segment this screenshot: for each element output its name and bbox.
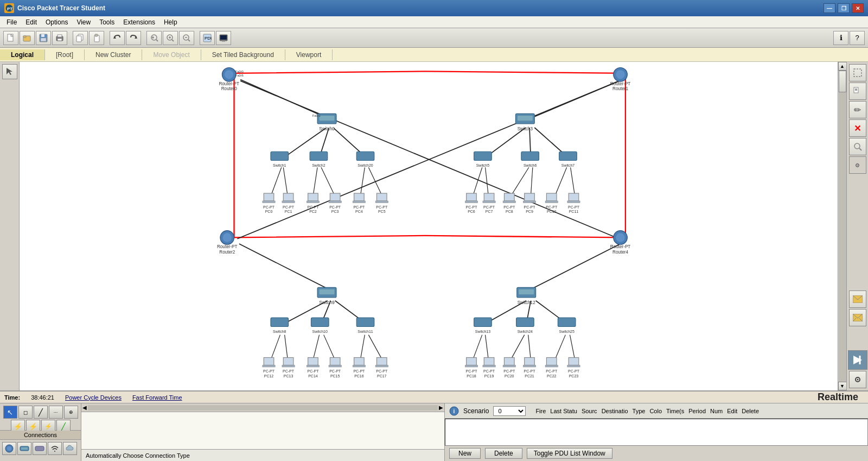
email-btn2[interactable]	[849, 309, 866, 326]
pc2: PC-PT PC2	[307, 193, 319, 213]
workspace-bar: Logical [Root] New Cluster Move Object S…	[0, 48, 868, 62]
select-conn-btn[interactable]: ↖	[3, 406, 17, 419]
svg-line-60	[555, 167, 567, 197]
new-button[interactable]	[3, 31, 18, 45]
scroll-thumb[interactable]	[839, 71, 846, 92]
workspace-new-cluster[interactable]: New Cluster	[85, 49, 142, 60]
svg-rect-103	[518, 116, 533, 121]
menu-view[interactable]: View	[72, 17, 95, 27]
svg-text:PC-PT: PC-PT	[483, 205, 495, 209]
menu-help[interactable]: Help	[159, 17, 182, 27]
select-tool-btn[interactable]	[849, 64, 866, 81]
dotted-btn[interactable]: ···	[49, 406, 63, 419]
menu-extensions[interactable]: Extensions	[119, 17, 159, 27]
switch0: Switch0 Fa0/1	[312, 113, 336, 131]
svg-text:PT: PT	[7, 7, 12, 11]
workspace-viewport[interactable]: Viewport	[285, 49, 333, 60]
switch-icon[interactable]	[17, 442, 31, 455]
simulation-button[interactable]	[216, 31, 231, 45]
svg-text:PC10: PC10	[547, 210, 557, 213]
fast-forward-btn[interactable]: Fast Forward Time	[132, 394, 182, 401]
svg-rect-109	[356, 151, 374, 160]
menu-tools[interactable]: Tools	[95, 17, 119, 27]
scroll-track[interactable]	[839, 71, 846, 382]
paste-button[interactable]	[89, 31, 104, 45]
svg-rect-160	[465, 201, 477, 203]
svg-text:Switch3: Switch3	[518, 127, 533, 131]
svg-rect-121	[519, 289, 534, 294]
svg-rect-115	[559, 151, 577, 160]
svg-text:Router-PT: Router-PT	[219, 81, 239, 86]
hub-icon[interactable]	[33, 442, 47, 455]
power-cycle-btn[interactable]: Power Cycle Devices	[65, 394, 122, 401]
scroll-down-arrow[interactable]: ▼	[838, 382, 847, 390]
svg-text:PC22: PC22	[547, 374, 557, 378]
zoom-tool-btn[interactable]	[849, 138, 866, 155]
main-toolbar: PDU ℹ ?	[0, 28, 868, 48]
minimize-button[interactable]: —	[824, 3, 835, 13]
save-button[interactable]	[36, 31, 51, 45]
svg-text:PC-PT: PC-PT	[503, 369, 515, 373]
email-btn1[interactable]	[849, 291, 866, 308]
inspect-button[interactable]	[146, 31, 162, 45]
toggle-pdu-button[interactable]: Toggle PDU List Window	[527, 448, 612, 459]
svg-text:Switch12: Switch12	[518, 300, 535, 305]
canvas-area[interactable]: Router-PT Router0 Fa0/0 Fa0/6 Router-PT …	[20, 62, 846, 390]
svg-rect-11	[58, 35, 62, 37]
scenario-row: i Scenario 0 1 2 Fire Last Statu Sourc D…	[445, 403, 868, 419]
copy-button[interactable]	[73, 31, 88, 45]
workspace-set-tiled-bg[interactable]: Set Tiled Background	[201, 49, 285, 60]
info-button[interactable]: ℹ	[833, 31, 848, 45]
svg-text:PC6: PC6	[468, 210, 475, 213]
pc23: PC-PT PC23	[567, 358, 580, 378]
zoom-out-button[interactable]	[179, 31, 194, 45]
bottom-middle-panel: ◀ ▶ Automatically Choose Connection Type	[81, 403, 445, 461]
delete-pdu-button[interactable]: Delete	[485, 448, 522, 459]
svg-rect-118	[320, 289, 335, 294]
svg-text:PDU: PDU	[205, 36, 212, 41]
scenario-select[interactable]: 0 1 2	[493, 406, 526, 416]
pc8: PC-PT PC8	[503, 193, 515, 213]
router-icon[interactable]	[2, 442, 16, 455]
multi-btn[interactable]: ⊕	[64, 406, 78, 419]
workspace-logical[interactable]: Logical	[0, 49, 45, 60]
erase-conn-btn[interactable]: ◻	[18, 406, 33, 419]
zoom-in-button[interactable]	[163, 31, 178, 45]
svg-text:Switch2: Switch2	[312, 163, 326, 167]
maximize-button[interactable]: ❐	[838, 3, 850, 13]
svg-rect-8	[41, 34, 44, 37]
connection-tools: ↖ ◻ ╱ ··· ⊕ ⚡ ⚡ ⚡ ╱	[0, 403, 81, 431]
cloud-icon[interactable]	[63, 442, 77, 455]
svg-text:Router-PT: Router-PT	[217, 244, 238, 249]
realtime-toggle-btn[interactable]	[848, 350, 867, 370]
svg-text:PC-PT: PC-PT	[263, 205, 275, 209]
custom-tool-btn[interactable]: ⚙	[849, 156, 866, 174]
scroll-up-arrow[interactable]: ▲	[838, 62, 847, 71]
menu-edit[interactable]: Edit	[21, 17, 41, 27]
svg-line-57	[486, 167, 489, 197]
svg-text:Switch24: Switch24	[518, 330, 533, 333]
undo-button[interactable]	[110, 31, 125, 45]
new-pdu-button[interactable]: New	[449, 448, 481, 459]
vertical-scrollbar[interactable]: ▲ ▼	[838, 62, 846, 390]
help-button[interactable]: ?	[850, 31, 865, 45]
switch2: Switch2	[310, 151, 328, 167]
workspace-root[interactable]: [Root]	[45, 49, 85, 60]
menu-file[interactable]: File	[2, 17, 21, 27]
workspace-move-object[interactable]: Move Object	[142, 49, 201, 60]
edit-label: Edit	[727, 408, 737, 414]
redo-button[interactable]	[126, 31, 141, 45]
menu-options[interactable]: Options	[41, 17, 72, 27]
wireless-icon[interactable]	[48, 442, 62, 455]
svg-text:PC0: PC0	[265, 210, 273, 213]
pointer-tool[interactable]	[2, 64, 17, 79]
print-button[interactable]	[52, 31, 67, 45]
close-button[interactable]: ✕	[852, 3, 864, 13]
inspect-tool-btn[interactable]	[849, 83, 866, 100]
pdu-button[interactable]: PDU	[200, 31, 215, 45]
line-btn[interactable]: ╱	[34, 406, 48, 419]
delete-tool-btn[interactable]: ✕	[849, 119, 866, 137]
settings-panel-btn[interactable]	[849, 371, 866, 388]
note-tool-btn[interactable]: ✏	[849, 101, 866, 118]
open-button[interactable]	[20, 31, 35, 45]
